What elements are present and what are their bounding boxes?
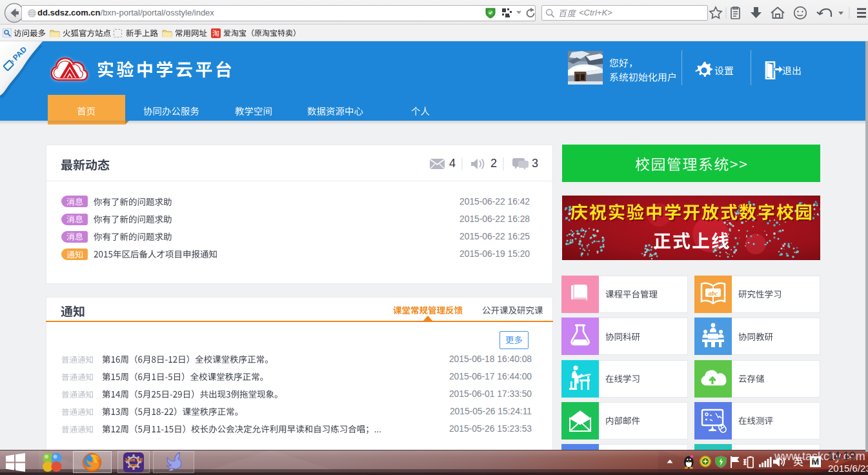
svg-text:abc: abc (709, 290, 718, 297)
svg-text:IDE: IDE (130, 463, 138, 469)
svg-text:Java EE: Java EE (125, 457, 143, 463)
